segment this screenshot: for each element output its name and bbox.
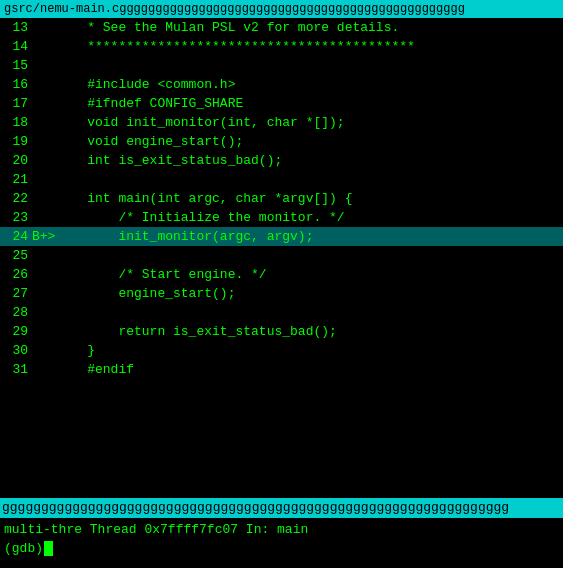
table-row: 17 #ifndef CONFIG_SHARE	[0, 94, 563, 113]
line-number: 27	[0, 286, 32, 301]
line-number: 19	[0, 134, 32, 149]
table-row: 25	[0, 246, 563, 265]
line-marker	[32, 134, 56, 149]
code-lines: 13 * See the Mulan PSL v2 for more detai…	[0, 18, 563, 498]
table-row: 19 void engine_start();	[0, 132, 563, 151]
bottom-text: gggggggggggggggggggggggggggggggggggggggg…	[2, 500, 509, 515]
line-marker	[32, 286, 56, 301]
line-number: 29	[0, 324, 32, 339]
line-content: engine_start();	[56, 286, 235, 301]
line-content: init_monitor(argc, argv);	[56, 229, 313, 244]
table-row: 26 /* Start engine. */	[0, 265, 563, 284]
line-content: /* Initialize the monitor. */	[56, 210, 345, 225]
table-row: 14 *************************************…	[0, 37, 563, 56]
table-row: 13 * See the Mulan PSL v2 for more detai…	[0, 18, 563, 37]
line-marker	[32, 172, 56, 187]
line-number: 28	[0, 305, 32, 320]
table-row: 24B+> init_monitor(argc, argv);	[0, 227, 563, 246]
table-row: 15	[0, 56, 563, 75]
line-marker	[32, 77, 56, 92]
prompt-text: (gdb)	[4, 539, 43, 558]
line-marker	[32, 343, 56, 358]
line-content: ****************************************…	[56, 39, 415, 54]
line-content: void engine_start();	[56, 134, 243, 149]
line-marker	[32, 324, 56, 339]
table-row: 30 }	[0, 341, 563, 360]
line-content: #endif	[56, 362, 134, 377]
line-number: 30	[0, 343, 32, 358]
line-marker	[32, 153, 56, 168]
table-row: 16 #include <common.h>	[0, 75, 563, 94]
terminal-area: multi-thre Thread 0x7ffff7fc07 In: main …	[0, 516, 563, 568]
line-number: 20	[0, 153, 32, 168]
line-marker	[32, 115, 56, 130]
line-content: }	[56, 343, 95, 358]
line-number: 14	[0, 39, 32, 54]
table-row: 31 #endif	[0, 360, 563, 379]
line-number: 16	[0, 77, 32, 92]
table-row: 22 int main(int argc, char *argv[]) {	[0, 189, 563, 208]
code-area[interactable]: 13 * See the Mulan PSL v2 for more detai…	[0, 18, 563, 498]
line-content: return is_exit_status_bad();	[56, 324, 337, 339]
line-content: int is_exit_status_bad();	[56, 153, 282, 168]
line-marker	[32, 20, 56, 35]
line-number: 17	[0, 96, 32, 111]
line-marker	[32, 58, 56, 73]
line-number: 26	[0, 267, 32, 282]
line-content: #ifndef CONFIG_SHARE	[56, 96, 243, 111]
table-row: 20 int is_exit_status_bad();	[0, 151, 563, 170]
line-number: 22	[0, 191, 32, 206]
line-number: 31	[0, 362, 32, 377]
table-row: 18 void init_monitor(int, char *[]);	[0, 113, 563, 132]
table-row: 21	[0, 170, 563, 189]
line-marker	[32, 362, 56, 377]
line-number: 21	[0, 172, 32, 187]
line-content: void init_monitor(int, char *[]);	[56, 115, 345, 130]
line-marker	[32, 191, 56, 206]
table-row: 27 engine_start();	[0, 284, 563, 303]
title-text: gsrc/nemu-main.cgggggggggggggggggggggggg…	[4, 2, 465, 16]
prompt-line[interactable]: (gdb)	[4, 539, 559, 558]
line-marker	[32, 267, 56, 282]
terminal-line1: multi-thre Thread 0x7ffff7fc07 In: main	[4, 520, 559, 539]
line-number: 24	[0, 229, 32, 244]
line-content: #include <common.h>	[56, 77, 235, 92]
bottom-bar: gggggggggggggggggggggggggggggggggggggggg…	[0, 498, 563, 516]
line-number: 13	[0, 20, 32, 35]
table-row: 29 return is_exit_status_bad();	[0, 322, 563, 341]
line-number: 15	[0, 58, 32, 73]
line-marker: B+>	[32, 229, 56, 244]
editor-container: gsrc/nemu-main.cgggggggggggggggggggggggg…	[0, 0, 563, 568]
line-marker	[32, 305, 56, 320]
cursor	[44, 541, 53, 556]
line-number: 25	[0, 248, 32, 263]
title-bar: gsrc/nemu-main.cgggggggggggggggggggggggg…	[0, 0, 563, 18]
line-number: 18	[0, 115, 32, 130]
table-row: 23 /* Initialize the monitor. */	[0, 208, 563, 227]
line-marker	[32, 210, 56, 225]
line-marker	[32, 39, 56, 54]
line-number: 23	[0, 210, 32, 225]
line-content: * See the Mulan PSL v2 for more details.	[56, 20, 399, 35]
line-content: /* Start engine. */	[56, 267, 267, 282]
line-content: int main(int argc, char *argv[]) {	[56, 191, 352, 206]
line-marker	[32, 96, 56, 111]
line-marker	[32, 248, 56, 263]
table-row: 28	[0, 303, 563, 322]
